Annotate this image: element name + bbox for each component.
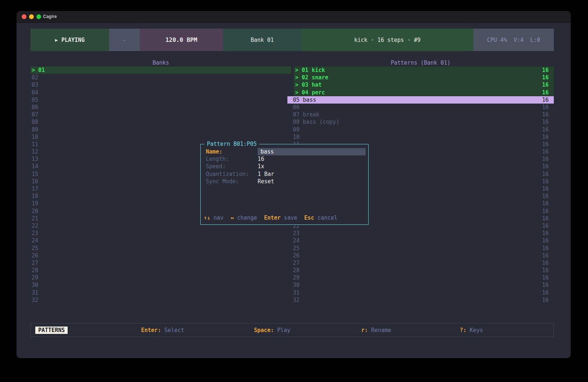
field-value[interactable]: Reset bbox=[258, 178, 274, 185]
bank-row-30[interactable]: 30 bbox=[31, 281, 291, 289]
banks-panel-title: Banks bbox=[31, 59, 291, 66]
pattern-steps-count: 16 bbox=[542, 200, 549, 207]
pattern-steps-count: 16 bbox=[542, 296, 549, 304]
pattern-row-30[interactable]: 3016 bbox=[287, 281, 554, 289]
pattern-row-27[interactable]: 2716 bbox=[287, 259, 554, 267]
bank-row-25[interactable]: 25 bbox=[31, 245, 291, 252]
pattern-row-label: 06 bbox=[293, 104, 300, 111]
key-hint-cancel: Esc cancel bbox=[304, 215, 337, 221]
pattern-steps-count: 16 bbox=[542, 96, 549, 104]
shortcut-action: Play bbox=[274, 327, 290, 334]
now-playing-display: kick · 16 steps · #9 bbox=[301, 29, 473, 51]
bank-row-27[interactable]: 27 bbox=[31, 259, 291, 267]
bank-row-10[interactable]: 10 bbox=[31, 133, 291, 141]
pattern-row-04[interactable]: > 04 perc16 bbox=[294, 89, 554, 96]
pattern-row-label: 31 bbox=[293, 289, 300, 296]
bank-row-26[interactable]: 26 bbox=[31, 252, 291, 259]
pattern-row-24[interactable]: 2416 bbox=[287, 237, 554, 244]
bank-row-05[interactable]: 05 bbox=[31, 96, 291, 104]
bank-row-31[interactable]: 31 bbox=[31, 289, 291, 296]
pattern-steps-count: 16 bbox=[542, 141, 549, 148]
pattern-row-label: 28 bbox=[293, 267, 300, 274]
name-input[interactable]: bass bbox=[258, 148, 366, 155]
pattern-row-03[interactable]: > 03 hat16 bbox=[294, 81, 554, 89]
pattern-steps-count: 16 bbox=[542, 133, 549, 141]
bank-row-01[interactable]: > 01 bbox=[31, 66, 291, 74]
pattern-row-10[interactable]: 1016 bbox=[287, 133, 554, 141]
beat-indicator: - bbox=[109, 29, 140, 51]
bank-row-06[interactable]: 06 bbox=[31, 104, 291, 111]
pattern-row-31[interactable]: 3116 bbox=[287, 289, 554, 296]
bank-row-28[interactable]: 28 bbox=[31, 267, 291, 274]
pattern-steps-count: 16 bbox=[542, 170, 549, 178]
pattern-steps-count: 16 bbox=[542, 178, 549, 185]
pattern-steps-count: 16 bbox=[542, 185, 549, 192]
bank-row-32[interactable]: 32 bbox=[31, 296, 291, 304]
pattern-row-09[interactable]: 0916 bbox=[287, 126, 554, 133]
footer-shortcut-select: Enter: Select bbox=[141, 327, 184, 334]
pattern-row-02[interactable]: > 02 snare16 bbox=[294, 74, 554, 81]
bank-row-24[interactable]: 24 bbox=[31, 237, 291, 244]
pattern-steps-count: 16 bbox=[542, 208, 549, 215]
pattern-row-08[interactable]: 08 bass (copy)16 bbox=[287, 118, 554, 126]
shortcut-key: r: bbox=[361, 327, 368, 334]
shortcut-key: Enter: bbox=[141, 327, 161, 334]
pattern-steps-count: 16 bbox=[542, 104, 549, 111]
pattern-steps-count: 16 bbox=[542, 230, 549, 237]
hint-action: change bbox=[234, 215, 257, 221]
bank-row-02[interactable]: 02 bbox=[31, 74, 291, 81]
pattern-steps-count: 16 bbox=[542, 155, 549, 163]
pattern-row-label: 29 bbox=[293, 274, 300, 281]
pattern-row-07[interactable]: 07 break16 bbox=[287, 111, 554, 118]
status-bar: ▶PLAYING - 120.0 BPM Bank 01 kick · 16 s… bbox=[31, 29, 554, 51]
field-value[interactable]: 1x bbox=[258, 163, 264, 170]
pattern-row-label: > 01 kick bbox=[295, 66, 325, 74]
bank-row-03[interactable]: 03 bbox=[31, 81, 291, 89]
bank-row-07[interactable]: 07 bbox=[31, 111, 291, 118]
pattern-row-label: 30 bbox=[293, 281, 300, 289]
transport-label: PLAYING bbox=[61, 37, 85, 43]
minimize-window-button[interactable] bbox=[29, 14, 34, 19]
field-value[interactable]: 1 Bar bbox=[258, 171, 274, 177]
pattern-row-label: > 03 hat bbox=[295, 81, 322, 89]
pattern-row-06[interactable]: 0616 bbox=[287, 104, 554, 111]
hint-key: ↔ bbox=[230, 215, 234, 221]
field-value[interactable]: 16 bbox=[258, 156, 264, 162]
bank-row-29[interactable]: 29 bbox=[31, 274, 291, 281]
pattern-row-label: 25 bbox=[293, 245, 300, 252]
shortcut-key: ?: bbox=[460, 327, 466, 334]
bank-row-08[interactable]: 08 bbox=[31, 118, 291, 126]
app-window: Cagire ▶PLAYING - 120.0 BPM Bank 01 kick… bbox=[17, 11, 571, 358]
key-hint-save: Enter save bbox=[264, 215, 297, 221]
pattern-row-25[interactable]: 2516 bbox=[287, 245, 554, 252]
bank-row-09[interactable]: 09 bbox=[31, 126, 291, 133]
pattern-steps-count: 16 bbox=[542, 148, 549, 155]
pattern-row-label: 09 bbox=[293, 126, 300, 133]
shortcut-key: Space: bbox=[254, 327, 274, 334]
pattern-row-26[interactable]: 2616 bbox=[287, 252, 554, 259]
pattern-row-23[interactable]: 2316 bbox=[287, 230, 554, 237]
key-hint-nav: ↑↓ nav bbox=[204, 215, 223, 221]
bank-row-04[interactable]: 04 bbox=[31, 89, 291, 96]
pattern-steps-count: 16 bbox=[542, 81, 549, 89]
dialog-title: Pattern B01:P05 bbox=[204, 140, 259, 148]
pattern-row-label: 24 bbox=[293, 237, 300, 244]
pattern-row-32[interactable]: 3216 bbox=[287, 296, 554, 304]
footer-shortcut-play: Space: Play bbox=[254, 327, 290, 334]
pattern-row-05[interactable]: 05 bass16 bbox=[287, 96, 554, 104]
key-hint-change: ↔ change bbox=[230, 215, 257, 221]
dialog-field-speed: Speed:1x bbox=[201, 163, 368, 170]
pattern-steps-count: 16 bbox=[542, 118, 549, 126]
hint-action: save bbox=[281, 215, 297, 221]
pattern-row-29[interactable]: 2916 bbox=[287, 274, 554, 281]
zoom-window-button[interactable] bbox=[36, 14, 41, 19]
window-title: Cagire bbox=[43, 14, 57, 19]
pattern-row-01[interactable]: > 01 kick16 bbox=[294, 66, 554, 74]
pattern-steps-count: 16 bbox=[542, 245, 549, 252]
pattern-row-28[interactable]: 2816 bbox=[287, 267, 554, 274]
bank-row-23[interactable]: 23 bbox=[31, 230, 291, 237]
dialog-fields: Name:bassLength:16Speed:1xQuantization:1… bbox=[201, 148, 368, 185]
pattern-steps-count: 16 bbox=[542, 126, 549, 133]
close-window-button[interactable] bbox=[22, 14, 26, 19]
pattern-row-label: 26 bbox=[293, 252, 300, 259]
